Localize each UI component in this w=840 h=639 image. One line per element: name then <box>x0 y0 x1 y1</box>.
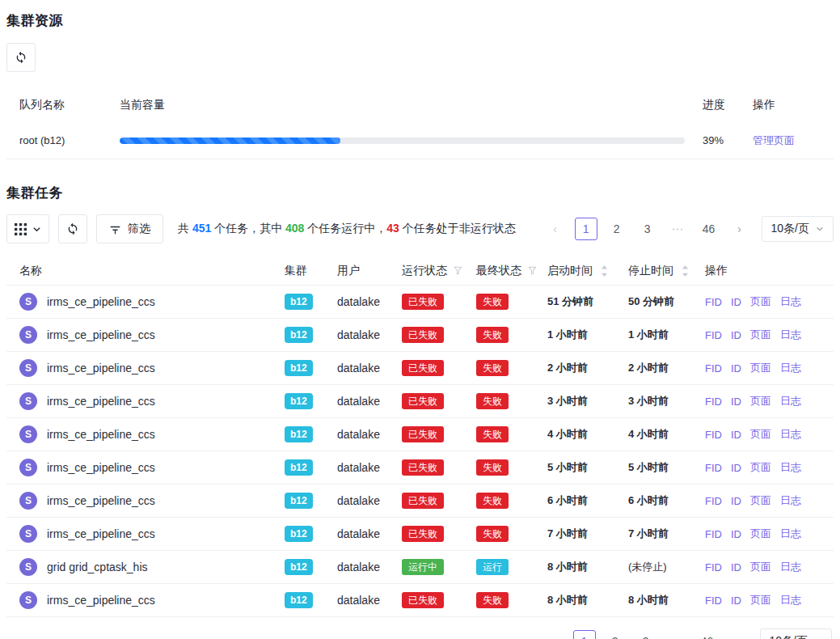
col-header-label: 启动时间 <box>547 264 593 278</box>
pagination-page-46[interactable]: 46 <box>698 218 720 240</box>
tasks-table: 名称集群用户运行状态最终状态启动时间停止时间操作 Sirms_ce_pipeli… <box>6 256 834 617</box>
task-user: datalake <box>337 461 402 474</box>
action-link-id[interactable]: ID <box>731 561 741 573</box>
action-link-id[interactable]: ID <box>731 495 741 507</box>
action-link-日志[interactable]: 日志 <box>780 527 801 541</box>
progress-value: 39% <box>703 134 753 146</box>
action-link-fid[interactable]: FID <box>705 528 722 540</box>
action-link-页面[interactable]: 页面 <box>750 361 771 375</box>
resources-refresh-button[interactable] <box>6 43 36 72</box>
action-link-页面[interactable]: 页面 <box>750 294 771 309</box>
action-link-日志[interactable]: 日志 <box>780 460 801 475</box>
run-status-badge: 已失败 <box>402 592 444 608</box>
action-link-fid[interactable]: FID <box>705 595 722 607</box>
tasks-section-title: 集群任务 <box>6 184 834 202</box>
task-user: datalake <box>337 527 402 540</box>
table-row: Sirms_ce_pipeline_ccsb12datalake已失败失败7 小… <box>6 518 834 551</box>
start-time: 51 分钟前 <box>547 294 593 309</box>
page-size-select[interactable]: 10条/页 <box>762 216 834 242</box>
table-row: Sgrid grid_cptask_hisb12datalake运行中运行8 小… <box>6 551 834 584</box>
task-avatar: S <box>19 293 37 311</box>
action-link-id[interactable]: ID <box>731 528 741 540</box>
action-link-id[interactable]: ID <box>731 362 741 375</box>
col-header-actions: 操作 <box>753 98 834 112</box>
action-link-日志[interactable]: 日志 <box>780 593 801 607</box>
cluster-badge: b12 <box>285 426 313 442</box>
action-link-页面[interactable]: 页面 <box>750 493 771 508</box>
task-avatar: S <box>19 558 37 576</box>
action-link-页面[interactable]: 页面 <box>750 394 771 408</box>
pagination-next[interactable]: › <box>727 630 749 639</box>
col-header-3[interactable]: 运行状态 <box>402 264 476 278</box>
action-link-日志[interactable]: 日志 <box>780 560 801 574</box>
task-user: datalake <box>337 328 402 341</box>
capacity-progress-bar <box>120 138 685 144</box>
task-avatar: S <box>19 459 37 476</box>
stop-time: 50 分钟前 <box>628 294 674 309</box>
stop-time: 2 小时前 <box>628 361 669 375</box>
pagination-prev[interactable]: ‹ <box>542 630 565 639</box>
filter-funnel-icon[interactable] <box>527 265 538 276</box>
action-link-fid[interactable]: FID <box>705 362 722 375</box>
tasks-refresh-button[interactable] <box>58 214 87 243</box>
col-header-capacity: 当前容量 <box>120 98 703 112</box>
action-link-日志[interactable]: 日志 <box>780 328 801 342</box>
pagination-page-2[interactable]: 2 <box>604 630 627 639</box>
action-link-日志[interactable]: 日志 <box>780 493 801 508</box>
action-link-日志[interactable]: 日志 <box>780 361 801 375</box>
filter-button-label: 筛选 <box>128 222 150 236</box>
run-status-badge: 已失败 <box>402 426 444 442</box>
col-header-6[interactable]: 停止时间 <box>628 264 705 278</box>
pagination-page-3[interactable]: 3 <box>636 218 659 240</box>
col-header-5[interactable]: 启动时间 <box>547 264 628 278</box>
manage-page-link[interactable]: 管理页面 <box>753 134 795 146</box>
pagination-page-3[interactable]: 3 <box>635 630 657 639</box>
pagination-prev[interactable]: ‹ <box>544 218 567 240</box>
pagination-next[interactable]: › <box>728 218 751 240</box>
action-link-fid[interactable]: FID <box>705 329 722 341</box>
start-time: 6 小时前 <box>547 493 588 508</box>
action-link-日志[interactable]: 日志 <box>780 294 801 309</box>
pagination-page-1[interactable]: 1 <box>573 630 596 639</box>
filter-button[interactable]: 筛选 <box>96 214 163 243</box>
action-link-fid[interactable]: FID <box>705 495 722 507</box>
action-link-id[interactable]: ID <box>731 462 741 474</box>
pagination-page-2[interactable]: 2 <box>606 218 628 240</box>
task-name: irms_ce_pipeline_ccs <box>47 461 155 474</box>
action-link-日志[interactable]: 日志 <box>780 394 801 408</box>
sorter-icon[interactable] <box>682 265 689 277</box>
action-link-页面[interactable]: 页面 <box>750 593 771 607</box>
action-link-fid[interactable]: FID <box>705 561 722 573</box>
action-link-页面[interactable]: 页面 <box>750 560 771 574</box>
action-link-id[interactable]: ID <box>731 329 741 341</box>
final-status-badge: 失败 <box>476 426 509 442</box>
action-link-fid[interactable]: FID <box>705 296 722 308</box>
action-link-fid[interactable]: FID <box>705 462 722 474</box>
pagination-page-46[interactable]: 46 <box>696 630 719 639</box>
filter-funnel-icon[interactable] <box>453 265 463 276</box>
action-link-id[interactable]: ID <box>731 396 741 408</box>
action-link-页面[interactable]: 页面 <box>750 460 771 475</box>
action-link-fid[interactable]: FID <box>705 396 722 408</box>
action-link-fid[interactable]: FID <box>705 429 722 441</box>
task-name: irms_ce_pipeline_ccs <box>47 494 155 507</box>
task-avatar: S <box>19 492 37 510</box>
sorter-icon[interactable] <box>601 265 608 277</box>
task-avatar: S <box>19 425 37 443</box>
refresh-icon <box>66 222 79 235</box>
column-settings-button[interactable] <box>6 214 49 243</box>
page-size-select[interactable]: 10条/页 <box>760 628 832 639</box>
action-link-页面[interactable]: 页面 <box>750 527 771 541</box>
action-link-id[interactable]: ID <box>731 429 741 441</box>
action-link-页面[interactable]: 页面 <box>750 328 771 342</box>
cluster-badge: b12 <box>285 294 313 310</box>
col-header-progress: 进度 <box>703 98 753 112</box>
col-header-4[interactable]: 最终状态 <box>476 264 547 278</box>
pagination-bottom: ‹123···46› 10条/页 <box>538 628 832 639</box>
pagination-page-1[interactable]: 1 <box>575 218 597 240</box>
action-link-日志[interactable]: 日志 <box>780 427 801 442</box>
cluster-badge: b12 <box>285 459 313 476</box>
action-link-id[interactable]: ID <box>731 595 741 607</box>
action-link-页面[interactable]: 页面 <box>750 427 771 442</box>
action-link-id[interactable]: ID <box>731 296 741 308</box>
